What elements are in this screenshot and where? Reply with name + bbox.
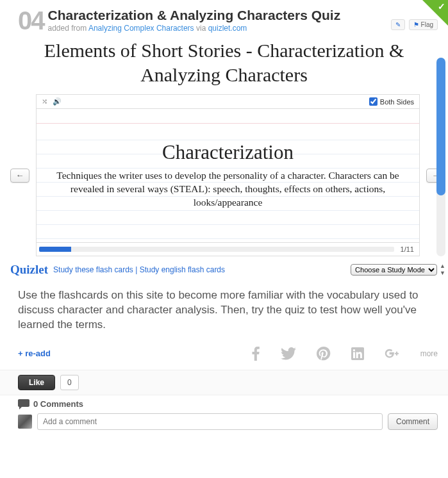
more-share-button[interactable]: more xyxy=(420,349,438,358)
scrollbar[interactable] xyxy=(436,58,445,256)
both-sides-label: Both Sides xyxy=(380,98,414,106)
like-count: 0 xyxy=(60,375,79,390)
user-avatar xyxy=(18,415,32,429)
comment-submit-button[interactable]: Comment xyxy=(388,413,438,430)
added-corner-badge xyxy=(422,0,448,26)
card-definition: Techniques the writer uses to develop th… xyxy=(48,169,408,210)
card-term: Characterization xyxy=(48,141,408,164)
comment-icon xyxy=(18,399,29,409)
page-title: Characterization & Analyzing Characters … xyxy=(48,8,387,22)
scroll-up-icon[interactable]: ▲ xyxy=(440,263,445,269)
lesson-title: Elements of Short Stories - Characteriza… xyxy=(10,38,438,87)
edit-button[interactable]: ✎ xyxy=(391,19,405,30)
pinterest-icon[interactable] xyxy=(317,347,331,361)
card-toolbar: ⤭ 🔊 Both Sides xyxy=(36,94,420,108)
subtitle: added from Analyzing Complex Characters … xyxy=(48,24,387,33)
facebook-icon[interactable] xyxy=(251,347,260,361)
prev-card-button[interactable]: ← xyxy=(10,169,29,183)
description-text: Use the flashcards on this site to becom… xyxy=(18,288,438,333)
via-label: via xyxy=(196,24,208,33)
audio-icon[interactable]: 🔊 xyxy=(53,97,62,106)
study-english-link[interactable]: Study english flash cards xyxy=(140,265,225,274)
readd-button[interactable]: + re-add xyxy=(18,349,51,358)
scrollbar-thumb[interactable] xyxy=(436,58,445,195)
flashcard[interactable]: Characterization Techniques the writer u… xyxy=(36,108,420,243)
scroll-down-icon[interactable]: ▼ xyxy=(440,270,445,276)
twitter-icon[interactable] xyxy=(281,347,296,360)
like-button[interactable]: Like xyxy=(18,375,55,390)
progress-fill xyxy=(39,247,71,252)
source-link[interactable]: Analyzing Complex Characters xyxy=(88,24,194,33)
progress-row: 1/11 xyxy=(36,243,420,256)
site-link[interactable]: quizlet.com xyxy=(208,24,247,33)
card-counter: 1/11 xyxy=(401,245,414,253)
item-number: 04 xyxy=(18,8,44,33)
both-sides-checkbox[interactable] xyxy=(369,97,377,106)
comments-count: 0 Comments xyxy=(33,399,83,409)
study-cards-link[interactable]: Study these flash cards xyxy=(53,265,133,274)
shuffle-icon[interactable]: ⤭ xyxy=(42,97,47,106)
quizlet-logo[interactable]: Quizlet xyxy=(10,263,48,277)
both-sides-toggle[interactable]: Both Sides xyxy=(369,97,414,106)
googleplus-icon[interactable] xyxy=(385,348,400,359)
comment-input[interactable] xyxy=(37,413,383,430)
linkedin-icon[interactable] xyxy=(351,347,364,360)
study-mode-select[interactable]: Choose a Study Mode xyxy=(351,264,437,276)
added-from-label: added from xyxy=(48,24,88,33)
header: 04 Characterization & Analyzing Characte… xyxy=(18,8,438,33)
progress-bar xyxy=(39,247,394,252)
